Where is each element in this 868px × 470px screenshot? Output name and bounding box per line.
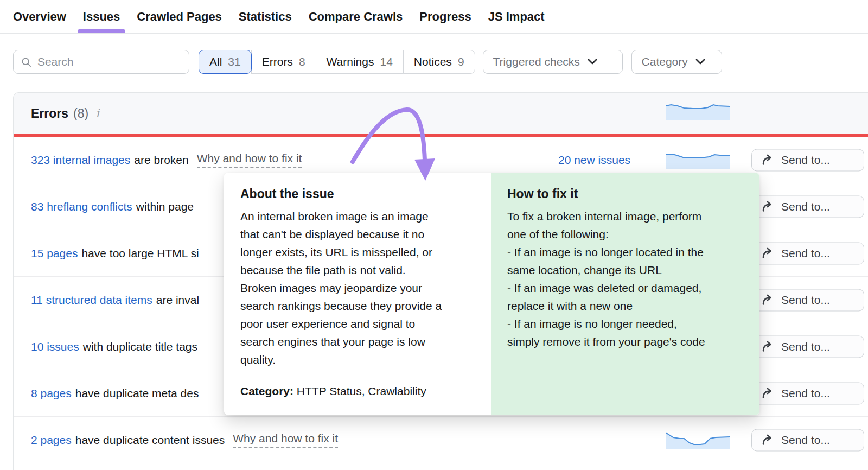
fix-body: To fix a broken internal image, perform … [507, 207, 743, 351]
triggered-checks-dropdown[interactable]: Triggered checks [483, 50, 623, 74]
errors-card-header: Errors (8) i [14, 93, 868, 134]
tab-label: Overview [13, 10, 66, 24]
segment-errors[interactable]: Errors 8 [251, 50, 316, 74]
segment-count: 8 [299, 55, 305, 68]
send-to-button[interactable]: Send to... [751, 289, 864, 311]
send-to-label: Send to... [781, 294, 830, 307]
forward-arrow-icon [761, 294, 774, 306]
tab-progress[interactable]: Progress [419, 0, 471, 33]
top-nav: Overview Issues Crawled Pages Statistics… [0, 0, 868, 34]
segment-count: 14 [380, 55, 392, 68]
issue-details-popup: About the issue An internal broken image… [224, 173, 760, 415]
send-to-button[interactable]: Send to... [751, 195, 864, 218]
tab-statistics[interactable]: Statistics [239, 0, 292, 33]
segment-label: Warnings [327, 55, 374, 68]
segment-notices[interactable]: Notices 9 [403, 50, 475, 74]
issue-text: within page [136, 200, 194, 213]
issue-link[interactable]: 11 structured data items [31, 294, 152, 307]
segment-label: Errors [262, 55, 293, 68]
send-to-button[interactable]: Send to... [751, 429, 864, 451]
send-to-button[interactable]: Send to... [751, 149, 864, 171]
info-icon[interactable]: i [95, 107, 99, 120]
search-box[interactable] [13, 50, 189, 74]
row-trend-sparkline [666, 431, 730, 449]
tab-label: Issues [83, 10, 120, 24]
search-input[interactable] [37, 55, 181, 68]
issue-link[interactable]: 8 pages [31, 387, 72, 400]
issue-link[interactable]: 83 hreflang conflicts [31, 200, 132, 213]
forward-arrow-icon [761, 201, 774, 213]
issue-link[interactable]: 2 pages [31, 434, 72, 447]
about-body: An internal broken image is an image tha… [240, 207, 475, 369]
forward-arrow-icon [761, 247, 774, 259]
issue-link[interactable]: 15 pages [31, 247, 78, 260]
active-tab-underline [78, 29, 126, 33]
tab-label: Statistics [239, 10, 292, 24]
filter-bar: All 31 Errors 8 Warnings 14 Notices 9 Tr… [13, 50, 722, 74]
segment-label: Notices [414, 55, 452, 68]
how-to-fix-panel: How to fix it To fix a broken internal i… [491, 173, 760, 415]
issue-text: with duplicate title tags [83, 340, 197, 353]
send-to-label: Send to... [781, 340, 830, 353]
tab-label: Compare Crawls [309, 10, 403, 24]
issue-text: are inval [156, 294, 199, 307]
new-issues-link[interactable]: 20 new issues [558, 154, 630, 167]
category-dropdown[interactable]: Category [631, 50, 722, 74]
segment-count: 31 [228, 55, 240, 68]
errors-count: (8) [73, 106, 88, 121]
tab-label: Progress [419, 10, 471, 24]
send-to-label: Send to... [781, 154, 830, 167]
about-title: About the issue [240, 187, 475, 201]
send-to-label: Send to... [781, 387, 830, 400]
tab-js-impact[interactable]: JS Impact [488, 0, 545, 33]
why-how-to-fix-link[interactable]: Why and how to fix it [233, 432, 338, 448]
segment-all[interactable]: All 31 [199, 50, 252, 74]
category-line: Category: HTTP Status, Crawlability [240, 385, 426, 398]
issue-link[interactable]: 10 issues [31, 340, 79, 353]
search-icon [21, 56, 31, 68]
about-the-issue-panel: About the issue An internal broken image… [224, 173, 491, 415]
errors-title: Errors [31, 106, 68, 121]
send-to-button[interactable]: Send to... [751, 242, 864, 264]
tab-compare-crawls[interactable]: Compare Crawls [309, 0, 403, 33]
issue-link[interactable]: 323 internal images [31, 154, 130, 167]
forward-arrow-icon [761, 434, 774, 446]
issue-text: have too large HTML si [81, 247, 199, 260]
segment-count: 9 [458, 55, 464, 68]
tab-crawled-pages[interactable]: Crawled Pages [137, 0, 222, 33]
issue-text: are broken [134, 154, 188, 167]
send-to-button[interactable]: Send to... [751, 382, 864, 404]
issue-type-segments: All 31 Errors 8 Warnings 14 Notices 9 [199, 50, 475, 74]
forward-arrow-icon [761, 341, 774, 353]
send-to-label: Send to... [781, 434, 830, 447]
why-how-to-fix-link[interactable]: Why and how to fix it [197, 152, 302, 168]
segment-warnings[interactable]: Warnings 14 [316, 50, 404, 74]
tab-label: JS Impact [488, 10, 545, 24]
send-to-button[interactable]: Send to... [751, 335, 864, 358]
dropdown-label: Triggered checks [493, 55, 580, 68]
row-trend-sparkline [666, 151, 730, 169]
send-to-label: Send to... [781, 200, 830, 213]
segment-label: All [209, 55, 222, 68]
issue-text: have duplicate meta des [75, 387, 199, 400]
tab-issues[interactable]: Issues [83, 0, 120, 33]
issue-row-duplicate-content: 2 pages have duplicate content issues Wh… [14, 417, 868, 463]
errors-trend-sparkline [666, 101, 730, 120]
tab-overview[interactable]: Overview [13, 0, 66, 33]
category-label: Category: [240, 385, 293, 397]
forward-arrow-icon [761, 388, 774, 399]
chevron-down-icon [588, 59, 597, 65]
issue-text: have duplicate content issues [75, 434, 225, 447]
dropdown-label: Category [642, 55, 688, 68]
category-value: HTTP Status, Crawlability [293, 385, 426, 397]
send-to-label: Send to... [781, 247, 830, 260]
tab-label: Crawled Pages [137, 10, 222, 24]
fix-title: How to fix it [507, 187, 743, 201]
chevron-down-icon [695, 59, 705, 65]
forward-arrow-icon [761, 154, 774, 166]
